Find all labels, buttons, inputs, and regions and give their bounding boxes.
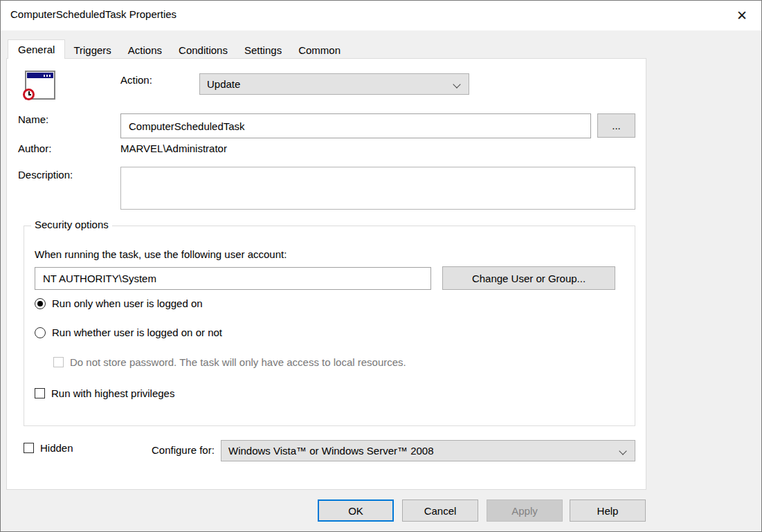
radio-run-logged-on[interactable]: Run only when user is logged on: [35, 297, 203, 309]
checkbox-highest-privileges[interactable]: Run with highest privileges: [35, 387, 174, 399]
user-account-field[interactable]: NT AUTHORITY\System: [35, 267, 431, 290]
tab-actions-label: Actions: [128, 44, 162, 56]
tab-settings[interactable]: Settings: [236, 42, 290, 58]
cancel-button[interactable]: Cancel: [402, 499, 478, 522]
window-title: ComputerScheduledTask Properties: [10, 8, 176, 20]
ok-button[interactable]: OK: [318, 499, 394, 522]
checkbox-unchecked-icon: [35, 388, 45, 398]
author-value: MARVEL\Administrator: [120, 143, 227, 154]
chevron-down-icon: [453, 80, 460, 88]
radio-unselected-icon: [35, 327, 46, 338]
name-input-value: ComputerScheduledTask: [129, 120, 245, 132]
user-account-value: NT AUTHORITY\System: [43, 273, 156, 284]
task-icon-clock-hour-hand: [28, 94, 31, 95]
tab-conditions-label: Conditions: [179, 44, 228, 56]
tab-general[interactable]: General: [8, 39, 65, 59]
tab-strip: General Triggers Actions Conditions Sett…: [8, 39, 349, 58]
properties-dialog: ComputerScheduledTask Properties ✕ Gener…: [0, 0, 762, 532]
description-label: Description:: [18, 169, 73, 181]
ok-button-label: OK: [348, 505, 363, 517]
radio-selected-icon: [35, 298, 46, 309]
name-input[interactable]: ComputerScheduledTask: [120, 113, 591, 138]
task-icon-titlebar: [27, 73, 53, 78]
checkbox-no-password-label: Do not store password. The task will onl…: [70, 356, 406, 368]
cancel-button-label: Cancel: [424, 505, 457, 517]
general-tab-page: Action: Update Name: ComputerScheduledTa…: [6, 58, 646, 490]
action-label: Action:: [120, 74, 152, 86]
description-input[interactable]: [120, 167, 635, 210]
action-dropdown-value: Update: [207, 78, 240, 90]
tab-general-label: General: [18, 44, 55, 55]
checkbox-no-password: Do not store password. The task will onl…: [53, 356, 406, 368]
radio-run-logged-on-label: Run only when user is logged on: [52, 297, 203, 309]
security-options-group: Security options When running the task, …: [24, 226, 635, 426]
name-label: Name:: [18, 113, 48, 125]
account-prompt: When running the task, use the following…: [35, 248, 287, 260]
tab-common-label: Common: [298, 44, 341, 56]
tab-settings-label: Settings: [244, 44, 282, 56]
browse-button[interactable]: ...: [597, 113, 635, 138]
close-button[interactable]: ✕: [729, 3, 754, 27]
change-user-button[interactable]: Change User or Group...: [442, 266, 615, 290]
checkbox-hidden[interactable]: Hidden: [24, 442, 73, 454]
apply-button[interactable]: Apply: [487, 499, 563, 522]
scheduled-task-icon: [23, 69, 57, 104]
radio-run-whether[interactable]: Run whether user is logged on or not: [35, 327, 222, 338]
checkbox-disabled-icon: [53, 357, 64, 367]
tab-triggers[interactable]: Triggers: [65, 42, 119, 58]
configure-for-value: Windows Vista™ or Windows Server™ 2008: [228, 445, 434, 457]
chevron-down-icon: [619, 447, 626, 455]
tab-conditions[interactable]: Conditions: [170, 42, 236, 58]
help-button-label: Help: [597, 505, 619, 517]
task-icon-buttons: [44, 75, 52, 77]
task-icon-clock: [23, 89, 35, 100]
configure-for-dropdown[interactable]: Windows Vista™ or Windows Server™ 2008: [221, 440, 635, 461]
checkbox-hidden-label: Hidden: [40, 442, 73, 454]
help-button[interactable]: Help: [570, 499, 646, 522]
radio-run-whether-label: Run whether user is logged on or not: [52, 327, 222, 338]
checkbox-highest-privileges-label: Run with highest privileges: [51, 387, 174, 399]
configure-for-label: Configure for:: [152, 444, 215, 456]
tab-common[interactable]: Common: [290, 42, 349, 58]
checkbox-unchecked-icon: [24, 443, 34, 453]
ellipsis-icon: ...: [612, 120, 621, 131]
titlebar: ComputerScheduledTask Properties ✕: [1, 1, 761, 30]
tab-actions[interactable]: Actions: [120, 42, 170, 58]
apply-button-label: Apply: [511, 505, 538, 517]
tab-triggers-label: Triggers: [73, 44, 111, 56]
radio-dot: [37, 301, 43, 306]
action-dropdown[interactable]: Update: [199, 73, 469, 95]
close-icon: ✕: [736, 8, 747, 24]
security-options-legend: Security options: [31, 219, 112, 230]
author-label: Author:: [18, 143, 51, 154]
change-user-button-label: Change User or Group...: [472, 273, 586, 284]
